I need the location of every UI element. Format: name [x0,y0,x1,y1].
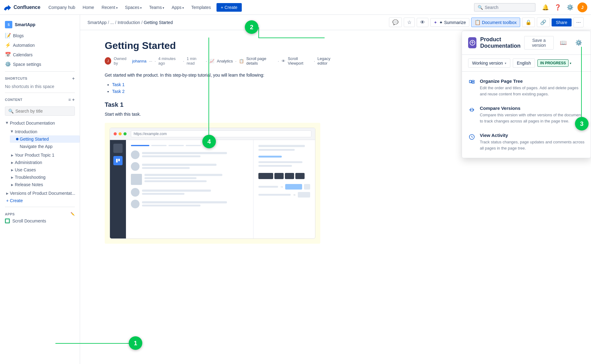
scroll-viewport-link[interactable]: Scroll Viewport [288,56,312,66]
add-shortcut-icon[interactable]: + [72,76,75,81]
tree-row-troubleshooting[interactable]: ▶ Troubleshooting [5,174,80,181]
tree-label-getting-started: Getting Started [20,137,77,142]
screenshot-line-5 [144,174,222,176]
sidebar-divider-2 [5,93,75,93]
tree-row-release-notes[interactable]: ▶ Release Notes [5,181,80,188]
sidebar-item-blogs[interactable]: 📝 Blogs + [0,31,80,40]
screenshot-check-1 [304,184,310,190]
toolbox-compare-title: Compare Versions [480,106,585,111]
nav-home[interactable]: Home [79,3,97,12]
tree-row-versions[interactable]: ▶ Versions of Product Documentat... [0,190,80,197]
toolbox-settings-icon[interactable]: ⚙️ [573,38,585,48]
toolbox-organize-icon [468,79,476,86]
toolbox-item-organize[interactable]: Organize Page Tree Edit the order and ti… [462,74,591,101]
space-header[interactable]: S SmartApp [0,18,80,31]
analytics-link[interactable]: Analytics [217,59,233,63]
document-toolbox-button[interactable]: 📋 Document toolbox [471,18,520,27]
notifications-button[interactable]: 🔔 [540,2,550,12]
toolbox-item-compare[interactable]: Compare Versions Compare this version wi… [462,101,591,128]
toolbox-status-badge: IN PROGRESS [537,59,569,67]
apps-edit-icon[interactable]: ✏️ [71,212,75,216]
step-circle-2: 2 [245,20,258,34]
share-button[interactable]: Share [552,18,572,26]
tree-row-product-documentation[interactable]: ▶ Product Documentation [0,119,80,127]
tree-row-use-cases[interactable]: ▶ Use Cases [5,166,80,174]
screenshot-link-btn-1 [285,184,302,190]
toolbox-book-icon[interactable]: 📖 [557,38,569,48]
breadcrumb-sep-2: / [115,20,116,25]
author-meta-more[interactable]: ··· [149,59,152,63]
tree-row-navigate-the-app[interactable]: Navigate the App [10,143,80,150]
nav-icons: 🔔 ❓ ⚙️ J [540,2,587,12]
restrict-button[interactable]: 🔒 [522,18,535,27]
nav-templates[interactable]: Templates [188,3,214,12]
summarize-button[interactable]: ✦ ✦ Summarize [430,18,469,27]
screenshot-right-line-4 [258,165,292,167]
automation-icon: ⚡ [5,42,11,48]
tree-label-versions: Versions of Product Documentat... [10,191,77,196]
tree-label-administration: Administration [15,160,77,165]
screenshot-list-row-4 [131,188,248,197]
help-button[interactable]: ❓ [553,2,563,12]
watch-button[interactable]: 👁 [417,18,428,27]
star-button[interactable]: ☆ [404,18,415,27]
task-1-link[interactable]: Task 1 [112,82,124,87]
comment-button[interactable]: 💬 [389,18,402,27]
scroll-page-details-link[interactable]: Scroll page details [246,56,275,66]
toolbox-item-activity[interactable]: View Activity Track status changes, page… [462,128,591,155]
link-button[interactable]: 🔗 [537,18,550,27]
tree-row-administration[interactable]: ▶ Administration [5,159,80,166]
tree-row-your-product-topic-1[interactable]: ▶ Your Product Topic 1 [5,151,80,159]
nav-teams[interactable]: Teams [146,3,167,12]
toolbox-status-arrow[interactable]: ▾ [570,62,571,65]
search-box[interactable]: 🔍 Search [474,3,536,12]
step-line-2 [258,27,259,38]
breadcrumb-parent[interactable]: Introduction [118,20,140,25]
search-by-title-input[interactable] [15,109,71,114]
sidebar-item-space-settings[interactable]: ⚙️ Space settings [0,59,80,69]
shortcuts-section-header: SHORTCUTS + [0,74,80,83]
step-line-1 [55,343,129,344]
toolbox-items: Organize Page Tree Edit the order and ti… [462,72,591,158]
blogs-icon: 📝 [5,33,11,38]
screenshot-line-10 [142,201,227,203]
settings-button[interactable]: ⚙️ [565,2,575,12]
breadcrumb-ellipsis[interactable]: ... [110,20,114,25]
sidebar-item-automation[interactable]: ⚡ Automation [0,40,80,50]
add-content-icon[interactable]: + [72,97,75,102]
more-button[interactable]: ··· [573,17,584,27]
user-avatar[interactable]: J [577,2,587,12]
nav-apps[interactable]: Apps [168,3,187,12]
author-link[interactable]: johanna [132,59,146,63]
tree-row-create[interactable]: + Create [0,197,80,204]
doc-toolbox-icon: 📋 [475,19,481,25]
sidebar-item-scroll-documents[interactable]: Scroll Documents [5,217,75,225]
tree-arrow-your-product-topic-1: ▶ [10,153,15,158]
filter-icon[interactable]: ≡ [68,97,71,102]
toolbox-language-select[interactable]: English [513,58,535,68]
breadcrumb-space[interactable]: SmartApp [87,20,107,25]
tree-row-getting-started[interactable]: Getting Started [10,135,80,143]
create-button[interactable]: + Create [217,3,242,12]
summarize-label: ✦ Summarize [439,20,466,25]
toolbox-version-select[interactable]: Working version ▾ [468,58,510,68]
legacy-editor-link[interactable]: Legacy editor [318,56,339,66]
read-time: 1 min read [187,56,203,66]
tree-introduction: ▶ Introduction Getting Started Navigate … [5,127,80,151]
browser-dot-green [123,132,127,135]
tree-arrow-use-cases: ▶ [10,167,15,172]
nav-spaces[interactable]: Spaces [122,3,145,12]
task-2-link[interactable]: Task 2 [112,89,124,94]
screenshot-tab-active [131,145,149,146]
search-by-title-container[interactable]: 🔍 [5,106,75,116]
time-ago: 4 minutes ago [158,56,180,66]
tree-row-introduction[interactable]: ▶ Introduction [5,128,80,135]
search-placeholder-text: Search [485,5,498,10]
sidebar-divider-3 [5,207,75,207]
sidebar-item-calendars[interactable]: 📅 Calendars [0,50,80,59]
nav-recent[interactable]: Recent [99,3,121,12]
logo[interactable]: Confluence [4,4,40,11]
restrict-icon: 🔒 [525,19,532,25]
toolbox-save-version-button[interactable]: Save a version [524,36,554,50]
nav-company-hub[interactable]: Company hub [45,3,78,12]
